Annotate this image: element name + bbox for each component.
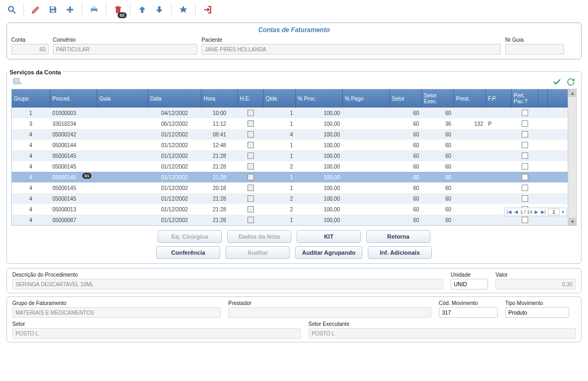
add-icon[interactable] [63,2,78,17]
down-icon[interactable] [152,2,167,17]
column-header[interactable]: Data [148,89,202,108]
pager-last-icon[interactable]: ▶| [540,209,546,215]
detail-panel-1: Descrição do Procedimento Unidade Valor [6,268,582,293]
pert-pac-checkbox[interactable] [522,142,528,148]
column-header[interactable]: Hora [202,89,238,108]
auditar-agrupando-button[interactable]: Auditar Agrupando [295,246,362,259]
pert-pac-checkbox[interactable] [522,217,528,223]
column-header[interactable]: Guia [97,89,148,108]
grid-refresh-icon[interactable] [565,76,577,88]
unidade-input[interactable] [451,279,488,289]
grid-check-icon[interactable] [551,76,563,88]
edit-icon[interactable] [28,2,43,17]
codmov-input[interactable] [439,307,498,318]
table-row[interactable]: 40500008701/12/200221:281100,006060 [12,215,568,225]
he-checkbox[interactable] [247,206,254,212]
he-checkbox[interactable] [247,131,254,138]
scroll-up-icon[interactable]: ▲ [568,89,577,97]
column-header[interactable]: % Proc. [296,89,343,108]
desc-input[interactable] [12,279,443,289]
he-checkbox[interactable] [247,163,254,170]
retorna-button[interactable]: Retorna [366,230,430,243]
table-row[interactable]: 40500014501/12/200220:181100,006060 [12,182,568,193]
print-icon[interactable] [87,2,102,17]
setorex-input[interactable] [308,328,576,339]
pert-pac-checkbox[interactable] [522,153,528,159]
exit-icon[interactable] [200,2,215,17]
up-icon[interactable] [135,2,150,17]
valor-input[interactable] [496,279,576,289]
search-icon[interactable] [4,2,19,17]
table-row[interactable]: 40500014401/12/200212:481100,006060 [12,140,568,150]
column-header[interactable]: Proced. [50,89,97,108]
he-checkbox[interactable] [247,120,254,127]
cell-guia [97,193,148,204]
conta-input[interactable] [11,44,49,55]
cell-he [238,140,264,150]
column-header[interactable]: F.P. [486,89,512,108]
pert-pac-cell [512,193,538,204]
pert-pac-checkbox[interactable] [522,131,528,138]
cell-ppago [343,193,390,204]
grid-add-icon[interactable]: + [11,76,23,88]
pert-pac-checkbox[interactable] [522,195,528,202]
eq-cirurgica-button[interactable]: Eq. Cirúrgica [158,230,222,243]
nrguia-input[interactable] [505,44,564,55]
cell-proced: 05000145 [50,150,97,161]
cell-setorex: 36 [422,118,454,129]
he-checkbox[interactable] [247,110,254,116]
column-header[interactable]: H.E. [238,89,264,108]
table-row[interactable]: 40500014501/12/200221:282100,006060 [12,193,568,204]
star-icon[interactable] [176,2,191,17]
paciente-input[interactable] [202,44,501,55]
pager-input[interactable] [548,209,560,215]
he-checkbox[interactable] [247,195,254,202]
pert-pac-checkbox[interactable] [522,163,528,170]
pager-go-icon[interactable]: ▾ [561,209,565,215]
he-checkbox[interactable] [247,185,254,191]
inf-adicionais-button[interactable]: Inf. Adicionais [368,246,432,259]
auditar-button[interactable]: Auditar [226,246,290,259]
pert-pac-checkbox[interactable] [522,185,528,191]
pager-first-icon[interactable]: |◀ [506,209,512,215]
column-header[interactable]: Pert. Pac.? [512,89,538,108]
column-header[interactable]: Qtde. [264,89,296,108]
setor-input[interactable] [12,328,301,339]
tipomov-input[interactable] [505,307,569,318]
table-row[interactable]: 40500001301/12/200221:282100,006060 [12,204,568,215]
convenio-input[interactable] [53,44,197,55]
pager-prev-icon[interactable]: ◀ [514,209,519,215]
column-header[interactable]: Setor Exec. [422,89,454,108]
he-checkbox[interactable] [247,153,254,159]
cell-guia [97,161,148,172]
grupo-fat-input[interactable] [12,307,221,318]
kit-button[interactable]: KIT [297,230,361,243]
table-row[interactable]: 10100000304/12/200210:001100,006060 [12,108,568,118]
column-header[interactable]: Prest. [454,89,486,108]
convenio-label: Convênio [53,37,197,43]
cell-setorex: 60 [422,140,454,150]
pert-pac-checkbox[interactable] [522,174,528,180]
pager-next-icon[interactable]: ▶ [534,209,539,215]
table-row[interactable]: 40500014501/12/200221:281100,006060 [12,150,568,161]
column-header[interactable]: Setor [390,89,422,108]
pert-pac-checkbox[interactable] [522,110,528,116]
he-checkbox[interactable] [247,142,254,148]
dados-nota-button[interactable]: Dados da Nota [227,230,291,243]
vertical-scrollbar[interactable]: ▲ ▼ [568,89,576,225]
table-row[interactable]: 4050001450101/12/200221:281100,006060 [12,172,568,182]
column-header[interactable]: Grupo [12,89,50,108]
scroll-down-icon[interactable]: ▼ [568,218,577,225]
conferencia-button[interactable]: Conferência [156,246,220,259]
table-row[interactable]: 33301023406/12/200211:121100,006036132P [12,118,568,129]
delete-icon[interactable]: 02 [111,2,126,17]
prestador-input[interactable] [228,307,431,318]
pert-pac-checkbox[interactable] [522,120,528,127]
he-checkbox[interactable] [247,174,254,180]
he-checkbox[interactable] [247,217,254,223]
cell-he [238,129,264,140]
save-icon[interactable] [45,2,60,17]
table-row[interactable]: 40500014501/12/200221:282100,006060 [12,161,568,172]
table-row[interactable]: 40500024201/12/200208:414100,006060 [12,129,568,140]
column-header[interactable]: % Pago [343,89,390,108]
